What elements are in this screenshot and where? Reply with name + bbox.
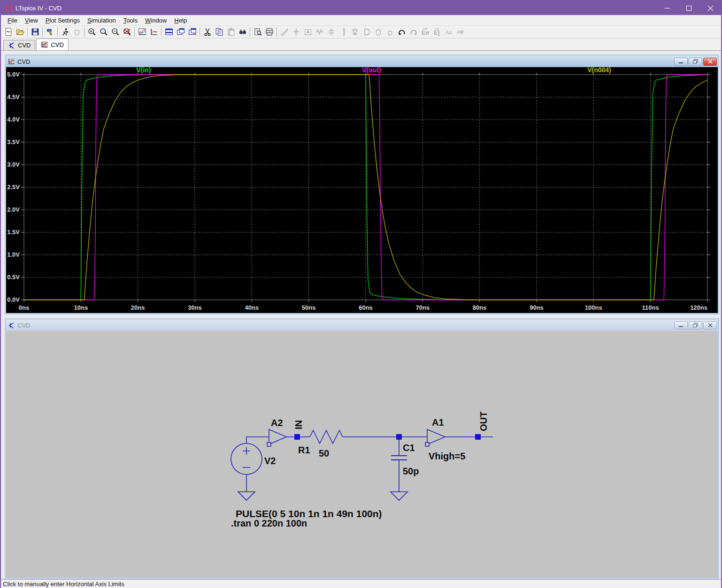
waveform-plot[interactable]: 0ns10ns20ns30ns40ns50ns60ns70ns80ns90ns1… — [6, 67, 718, 313]
place-capacitor-button[interactable] — [325, 26, 337, 38]
new-schematic-button[interactable] — [2, 26, 14, 38]
x-tick-label: 0ns — [19, 304, 29, 311]
tile-vertically-button[interactable] — [175, 26, 186, 38]
toolbar: EmE]Aa.op — [1, 25, 721, 38]
halt-button[interactable] — [71, 26, 83, 38]
trace-label-V(in)[interactable]: V(in) — [136, 67, 151, 74]
plot-minimize-button[interactable] — [674, 58, 688, 66]
trace-label-V(n004)[interactable]: V(n004) — [587, 67, 611, 74]
place-ground-button[interactable] — [290, 26, 302, 38]
trace-label-V(out)[interactable]: V(out) — [362, 67, 381, 74]
zoom-out-button[interactable] — [109, 26, 121, 38]
y-tick-label: 3.5V — [7, 138, 20, 145]
x-tick-label: 50ns — [302, 304, 316, 311]
save-button[interactable] — [29, 26, 41, 38]
control-panel-button[interactable] — [44, 26, 56, 38]
spice-directive-button[interactable]: .op — [454, 26, 466, 38]
menu-item-file[interactable]: File — [4, 16, 21, 25]
zoom-back-button[interactable] — [98, 26, 109, 38]
plot-window-titlebar[interactable]: CVD — [6, 56, 718, 67]
plot-window-title: CVD — [17, 58, 30, 65]
status-bar: Click to manually enter Horizontal Axis … — [1, 579, 721, 588]
place-inductor-button[interactable] — [337, 26, 349, 38]
label-r1[interactable]: R1 — [298, 445, 310, 455]
menu-item-plot-settings[interactable]: Plot Settings — [42, 16, 84, 25]
paste-button[interactable] — [225, 26, 237, 38]
place-label-button[interactable] — [302, 26, 314, 38]
resistor-r1[interactable] — [310, 430, 343, 443]
tab-waveform-cvd[interactable]: CVD — [36, 38, 68, 50]
node-junction[interactable] — [396, 434, 402, 440]
label-r1-value[interactable]: 50 — [319, 448, 329, 458]
redo-button[interactable] — [407, 26, 419, 38]
schematic-close-button[interactable] — [703, 321, 717, 329]
toolbar-separator — [134, 27, 135, 37]
menu-item-tools[interactable]: Tools — [120, 16, 141, 25]
plot-restore-button[interactable] — [689, 58, 702, 66]
schematic-canvas[interactable]: A2 IN R1 50 C1 50p A1 Vhigh=5 OUT V2 PUL… — [6, 331, 718, 578]
autorange-y-axis-button[interactable] — [136, 26, 148, 38]
draw-wire-button[interactable] — [278, 26, 290, 38]
open-button[interactable] — [14, 26, 26, 38]
label-c1[interactable]: C1 — [403, 443, 415, 453]
toolbar-separator — [42, 27, 43, 37]
zoom-full-extents-button[interactable] — [121, 26, 133, 38]
drag-button[interactable] — [384, 26, 396, 38]
svg-text:Aa: Aa — [445, 29, 452, 36]
schematic-restore-button[interactable] — [689, 321, 702, 329]
voltage-source-v2[interactable] — [231, 443, 262, 474]
ground-symbol[interactable] — [238, 492, 255, 500]
menu-item-simulation[interactable]: Simulation — [84, 16, 120, 25]
toolbar-separator — [250, 27, 250, 37]
node-out[interactable] — [475, 434, 481, 440]
place-text-button[interactable]: Aa — [443, 26, 454, 38]
tran-directive[interactable]: .tran 0 220n 100n — [231, 518, 307, 528]
label-a2[interactable]: A2 — [271, 418, 283, 428]
menu-item-view[interactable]: View — [21, 16, 42, 25]
label-v2[interactable]: V2 — [264, 456, 276, 466]
copy-button[interactable] — [213, 26, 225, 38]
buffer-a1[interactable] — [425, 429, 445, 446]
find-button[interactable] — [237, 26, 248, 38]
rotate-button[interactable]: E] — [431, 26, 443, 38]
pulse-directive[interactable]: PULSE(0 5 10n 1n 1n 49n 100n) — [236, 508, 382, 519]
print-button[interactable] — [263, 26, 275, 38]
status-text: Click to manually enter Horizontal Axis … — [3, 580, 124, 588]
undo-button[interactable] — [396, 26, 407, 38]
plot-close-button[interactable] — [703, 58, 717, 66]
cascade-windows-button[interactable] — [186, 26, 198, 38]
horizontal-axis-button[interactable] — [148, 26, 160, 38]
y-tick-label: 4.0V — [7, 116, 20, 123]
net-label-in[interactable]: IN — [293, 420, 304, 429]
tab-bar: CVD CVD — [1, 38, 721, 51]
y-tick-label: 0.5V — [7, 274, 20, 281]
buffer-a2[interactable] — [267, 429, 286, 446]
schematic-minimize-button[interactable] — [674, 321, 688, 329]
title-bar[interactable]: LT LTspice IV - CVD — [1, 1, 721, 15]
label-vhigh[interactable]: Vhigh=5 — [429, 451, 465, 461]
place-resistor-button[interactable] — [314, 26, 325, 38]
menu-item-help[interactable]: Help — [170, 16, 191, 25]
place-diode-button[interactable] — [349, 26, 361, 38]
capacitor-c1[interactable] — [391, 456, 407, 460]
label-a1[interactable]: A1 — [432, 417, 444, 428]
maximize-button[interactable] — [678, 1, 699, 15]
tile-horizontally-button[interactable] — [163, 26, 175, 38]
close-button[interactable] — [699, 1, 721, 15]
schematic-window: CVD — [5, 318, 719, 579]
net-label-out[interactable]: OUT — [478, 412, 489, 431]
ground-symbol[interactable] — [391, 492, 407, 500]
zoom-in-button[interactable] — [86, 26, 98, 38]
schematic-window-titlebar[interactable]: CVD — [6, 320, 718, 331]
minimize-button[interactable] — [656, 1, 678, 15]
print-preview-button[interactable] — [252, 26, 263, 38]
menu-item-window[interactable]: Window — [141, 16, 170, 25]
node-in[interactable] — [294, 434, 300, 440]
tab-schematic-cvd[interactable]: CVD — [3, 40, 35, 50]
place-component-button[interactable] — [361, 26, 372, 38]
label-c1-value[interactable]: 50p — [403, 466, 419, 476]
move-button[interactable] — [372, 26, 384, 38]
mirror-button[interactable]: Em — [419, 26, 431, 38]
cut-button[interactable] — [201, 26, 213, 38]
run-button[interactable] — [59, 26, 71, 38]
